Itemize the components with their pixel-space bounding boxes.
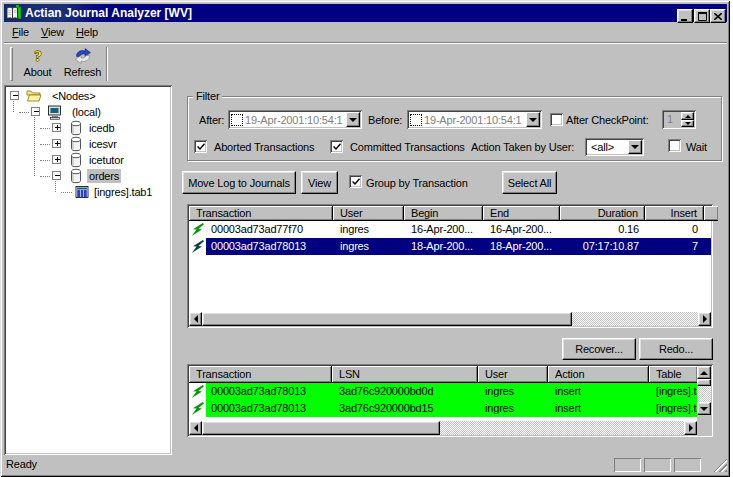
after-date-dropdown-button[interactable] [346, 112, 360, 127]
collapse-icon[interactable] [10, 91, 19, 100]
transaction-row[interactable]: 00003ad73ad77f70 ingres 16-Apr-200... 16… [189, 221, 711, 238]
after-date-value: 19-Apr-2001:10:54:1 [245, 114, 343, 126]
details-vscrollbar[interactable] [697, 379, 711, 402]
window-title: Actian Journal Analyzer [WV] [25, 6, 192, 20]
menu-view[interactable]: View [35, 24, 70, 40]
database-icon [68, 136, 84, 152]
group-by-checkbox[interactable] [349, 175, 362, 188]
scroll-right-button[interactable] [698, 312, 711, 326]
before-date-picker[interactable]: 19-Apr-2001:10:54:1 [407, 110, 542, 129]
transaction-row-selected[interactable]: 00003ad73ad78013 ingres 18-Apr-200... 18… [189, 238, 711, 255]
column-header-end[interactable]: End [483, 206, 560, 221]
chevron-down-icon [529, 118, 537, 122]
column-header-insert[interactable]: Insert [645, 206, 704, 221]
chevron-left-icon [194, 424, 198, 432]
column-header-lsn[interactable]: LSN [332, 366, 478, 383]
toolbar-gripper[interactable] [10, 47, 13, 81]
column-header-user[interactable]: User [333, 206, 404, 221]
scrollbar-thumb[interactable] [202, 312, 572, 326]
close-icon [714, 13, 722, 20]
tree-item-icesvr[interactable]: icesvr [6, 136, 166, 152]
expand-icon[interactable] [52, 123, 61, 132]
toolbar: ? About Refresh [4, 43, 727, 85]
cell-duration: 07:17:10.87 [560, 238, 645, 255]
tree-label[interactable]: (local) [70, 105, 103, 119]
tree-label[interactable]: icedb [87, 121, 116, 135]
committed-checkbox[interactable] [330, 140, 343, 153]
spinner-down-button[interactable] [681, 120, 694, 127]
before-date-dropdown-button[interactable] [526, 112, 540, 127]
column-header-begin[interactable]: Begin [404, 206, 483, 221]
details-hscrollbar[interactable] [202, 421, 684, 435]
tree-label[interactable]: <Nodes> [50, 89, 97, 103]
tree-item-icedb[interactable]: icedb [6, 120, 166, 136]
scroll-down-button[interactable] [697, 402, 711, 415]
tree-label[interactable]: [ingres].tab1 [92, 185, 154, 199]
scroll-left-button[interactable] [189, 312, 202, 326]
collapse-icon[interactable] [52, 171, 61, 180]
tree-item-table[interactable]: [ingres].tab1 [6, 184, 166, 200]
menu-help[interactable]: Help [70, 24, 104, 40]
select-all-button[interactable]: Select All [502, 171, 557, 194]
status-message: Ready [6, 458, 37, 470]
redo-button[interactable]: Redo... [639, 338, 713, 360]
aborted-checkbox[interactable] [194, 140, 207, 153]
recover-button[interactable]: Recover... [562, 338, 636, 360]
cell-transaction: 00003ad73ad78013 [189, 400, 332, 417]
move-log-button[interactable]: Move Log to Journals [182, 171, 296, 194]
expand-icon[interactable] [52, 155, 61, 164]
refresh-icon [75, 48, 91, 64]
column-header-transaction[interactable]: Transaction [189, 366, 332, 383]
tree-item-nodes[interactable]: <Nodes> [6, 88, 166, 104]
scroll-right-button[interactable] [684, 421, 697, 435]
view-button[interactable]: View [301, 171, 338, 194]
title-bar[interactable]: Actian Journal Analyzer [WV] [4, 4, 727, 22]
tree-label-selected[interactable]: orders [87, 169, 121, 183]
scroll-left-button[interactable] [189, 421, 202, 435]
chevron-down-icon [349, 118, 357, 122]
menu-bar: File View Help [4, 22, 727, 42]
scrollbar-thumb[interactable] [202, 421, 440, 435]
column-header-transaction[interactable]: Transaction [189, 206, 333, 221]
status-pane [644, 458, 671, 472]
minimize-button[interactable] [677, 9, 693, 23]
tree-item-local[interactable]: (local) [6, 104, 166, 120]
after-checkpoint-checkbox[interactable] [550, 113, 563, 126]
refresh-button[interactable]: Refresh [60, 45, 105, 83]
before-date-checkbox[interactable] [410, 114, 422, 126]
tree-label[interactable]: icesvr [87, 137, 119, 151]
about-button[interactable]: ? About [15, 45, 60, 83]
scroll-up-button[interactable] [697, 366, 711, 379]
expand-icon[interactable] [52, 139, 61, 148]
tree-label[interactable]: icetutor [87, 153, 126, 167]
maximize-button[interactable] [694, 9, 710, 23]
action-user-combo[interactable]: <all> [585, 138, 644, 156]
column-header-action[interactable]: Action [548, 366, 649, 383]
menu-file[interactable]: File [6, 24, 35, 40]
resize-grip[interactable] [713, 458, 727, 472]
column-header-table[interactable]: Table [649, 366, 697, 383]
scrollbar-thumb[interactable] [697, 379, 711, 386]
detail-row[interactable]: 00003ad73ad78013 3ad76c920000bd15 ingres… [189, 400, 697, 417]
column-header-user[interactable]: User [478, 366, 548, 383]
after-date-checkbox[interactable] [231, 114, 243, 126]
tree-item-orders[interactable]: orders [6, 168, 166, 184]
transactions-hscrollbar[interactable] [202, 312, 698, 326]
after-date-picker[interactable]: 19-Apr-2001:10:54:1 [228, 110, 362, 129]
collapse-icon[interactable] [31, 107, 40, 116]
cell-insert: 0 [645, 221, 704, 238]
checkpoint-spinner[interactable]: 1 [662, 110, 696, 129]
status-bar: Ready [4, 455, 727, 473]
column-header-duration[interactable]: Duration [560, 206, 645, 221]
node-tree: <Nodes> (local) icedb [4, 85, 172, 455]
cell-transaction: 00003ad73ad78013 [189, 238, 333, 255]
detail-row[interactable]: 00003ad73ad78013 3ad76c920000bd0d ingres… [189, 383, 697, 400]
spinner-up-button[interactable] [681, 112, 694, 120]
wait-checkbox[interactable] [668, 139, 681, 152]
cell-user: ingres [478, 383, 548, 400]
tree-item-icetutor[interactable]: icetutor [6, 152, 166, 168]
chevron-left-icon [194, 315, 198, 323]
close-button[interactable] [710, 9, 726, 23]
action-user-dropdown-button[interactable] [628, 140, 642, 154]
checkpoint-value: 1 [667, 113, 673, 125]
